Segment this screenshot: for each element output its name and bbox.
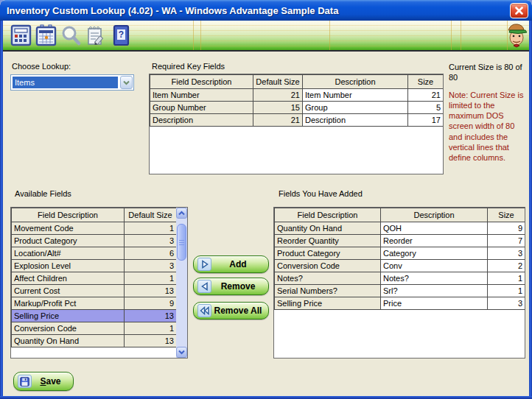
cell: 15 (253, 102, 303, 114)
cell: Description (150, 114, 253, 127)
search-icon (60, 24, 82, 46)
scroll-up-button[interactable] (176, 208, 187, 219)
cell: 3 (125, 235, 177, 247)
lookup-combobox[interactable]: Items (10, 74, 134, 91)
table-row[interactable]: Selling PricePrice3 (275, 297, 525, 310)
table-row[interactable]: Group Number15Group5 (150, 102, 444, 114)
table-row[interactable]: Location/Alt#6 (12, 247, 177, 260)
added-fields-panel: Field DescriptionDescriptionSizeQuantity… (273, 207, 525, 359)
column-header: Field Description (150, 75, 253, 89)
available-fields-title: Available Fields (15, 189, 71, 198)
save-button-label: Save (32, 376, 69, 386)
cell: Group (303, 102, 408, 114)
calculator-icon (10, 24, 32, 46)
notes-button[interactable] (84, 22, 108, 49)
cell: 1 (125, 222, 177, 235)
cell: 1 (488, 272, 525, 285)
table-row[interactable]: Quantity On HandQOH9 (275, 222, 525, 235)
chevron-down-icon (123, 80, 130, 85)
cell: 21 (408, 89, 444, 102)
cell: 3 (488, 297, 525, 310)
cell: 3 (488, 247, 525, 260)
cell: Conversion Code (275, 260, 381, 272)
table-row[interactable]: Explosion Level3 (12, 260, 177, 272)
arrow-right-icon (197, 258, 211, 271)
column-header: Size (488, 208, 525, 222)
scroll-down-button[interactable] (176, 347, 187, 358)
toolbar-divider (451, 21, 452, 50)
column-header: Description (303, 75, 408, 89)
column-header: Default Size (125, 208, 177, 222)
table-row[interactable]: Product CategoryCategory3 (275, 247, 525, 260)
cell: 7 (488, 235, 525, 247)
title-bar: Inventory Custom Lookup (4.02) - WA - Wi… (0, 0, 532, 21)
cell: QOH (381, 222, 488, 235)
cell: Srl? (381, 285, 488, 297)
table-row[interactable]: Description21Description17 (150, 114, 444, 127)
cell: Notes? (381, 272, 488, 285)
table-row[interactable]: Item Number21Item Number21 (150, 89, 444, 102)
toolbar-divider (329, 21, 330, 50)
table-row[interactable]: Notes?Notes?1 (275, 272, 525, 285)
current-size-text: Current Size is 80 of 80 (449, 62, 527, 83)
remove-button[interactable]: Remove (193, 278, 269, 295)
svg-text:?: ? (119, 29, 124, 40)
cell: Price (381, 297, 488, 310)
scrollbar-thumb[interactable] (177, 224, 186, 261)
required-fields-title: Required Key Fields (152, 62, 225, 71)
table-row[interactable]: Conversion Code1 (12, 322, 177, 335)
cell: 13 (125, 335, 177, 347)
available-fields-scrollbar[interactable] (176, 208, 187, 358)
toolbar: ? (3, 21, 529, 52)
cell: Group Number (150, 102, 253, 114)
toolbar-divider (193, 21, 194, 50)
advisor-character-button[interactable] (503, 21, 531, 49)
cell: Conv (381, 260, 488, 272)
calendar-button[interactable] (34, 22, 58, 49)
cell: 9 (488, 222, 525, 235)
search-button[interactable] (59, 22, 83, 49)
cell: Affect Children (12, 272, 125, 285)
table-row[interactable]: Conversion CodeConv2 (275, 260, 525, 272)
toolbar-divider (200, 21, 201, 50)
table-row[interactable]: Markup/Profit Pct9 (12, 297, 177, 310)
cell: Current Cost (12, 285, 125, 297)
column-header: Field Description (275, 208, 381, 222)
cell: Notes? (275, 272, 381, 285)
current-size-note: Note: Current Size is limited to the max… (449, 90, 527, 163)
help-button[interactable]: ? (109, 22, 133, 49)
cell: Item Number (303, 89, 408, 102)
add-button[interactable]: Add (193, 255, 269, 273)
cell: Selling Price (275, 297, 381, 310)
save-icon (18, 375, 32, 388)
table-row[interactable]: Current Cost13 (12, 285, 177, 297)
table-row[interactable]: Selling Price13 (12, 310, 177, 322)
table-row[interactable]: Quantity On Hand13 (12, 335, 177, 347)
added-fields-title: Fields You Have Added (279, 189, 363, 198)
table-row[interactable]: Reorder QuantityReorder7 (275, 235, 525, 247)
table-row[interactable]: Product Category3 (12, 235, 177, 247)
cell: Location/Alt# (12, 247, 125, 260)
remove-all-button[interactable]: Remove All (193, 302, 269, 319)
cell: Conversion Code (12, 322, 125, 335)
cell: Quantity On Hand (12, 335, 125, 347)
close-button[interactable] (510, 3, 528, 18)
cell: 13 (125, 310, 177, 322)
table-row[interactable]: Affect Children1 (12, 272, 177, 285)
cell: Description (303, 114, 408, 127)
chevron-up-icon (178, 211, 185, 216)
arrow-left-icon (197, 280, 211, 293)
lookup-dropdown-button[interactable] (120, 76, 133, 89)
save-button[interactable]: Save (13, 372, 74, 391)
remove-button-label: Remove (211, 281, 265, 292)
cell: Movement Code (12, 222, 125, 235)
table-row[interactable]: Movement Code1 (12, 222, 177, 235)
available-fields-table: Field DescriptionDefault SizeMovement Co… (11, 208, 177, 347)
calculator-button[interactable] (9, 22, 33, 49)
header-row: Field DescriptionDefault Size (12, 208, 177, 222)
cell: Reorder (381, 235, 488, 247)
double-arrow-left-icon (197, 304, 211, 317)
remove-all-button-label: Remove All (211, 306, 265, 316)
window-title: Inventory Custom Lookup (4.02) - WA - Wi… (0, 5, 338, 16)
table-row[interactable]: Serial Numbers?Srl?1 (275, 285, 525, 297)
